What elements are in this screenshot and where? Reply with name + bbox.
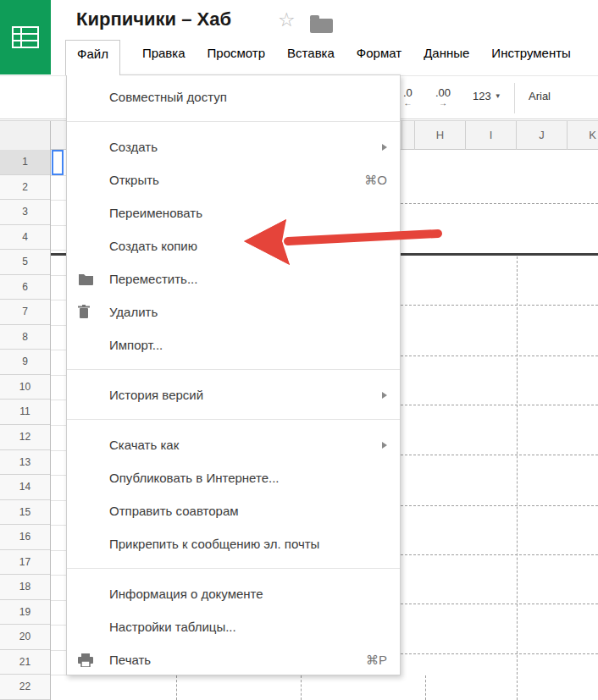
- row-header-17[interactable]: 17: [0, 550, 50, 575]
- row-header-16[interactable]: 16: [0, 525, 50, 550]
- row-header-2[interactable]: 2: [0, 175, 50, 200]
- dashed-cell-border: [301, 675, 302, 700]
- dashed-cell-border: [401, 356, 598, 356]
- menubar: ФайлПравкаПросмотрВставкаФорматДанныеИнс…: [0, 40, 598, 68]
- dashed-cell-border: [401, 405, 598, 405]
- gridline: [51, 175, 66, 176]
- menu-item-прикрепить-к-сообщению-эл-почты[interactable]: Прикрепить к сообщению эл. почты: [67, 527, 400, 560]
- menu-item-создать-копию[interactable]: Создать копию: [67, 229, 400, 262]
- dropdown-caret-icon: ▼: [495, 92, 501, 100]
- folder-icon: [78, 262, 97, 295]
- menu-item-label: Печать: [109, 653, 151, 667]
- dashed-cell-border: [517, 256, 518, 700]
- menu-item-label: Переместить...: [109, 272, 197, 286]
- menu-item-опубликовать-в-интернете-[interactable]: Опубликовать в Интернете...: [67, 461, 400, 494]
- row-header-5[interactable]: 5: [0, 250, 50, 275]
- gridline: [51, 550, 66, 551]
- submenu-arrow-icon: [382, 392, 387, 399]
- right-arrow-icon: →: [439, 98, 447, 108]
- row-header-12[interactable]: 12: [0, 425, 50, 450]
- menubar-item-Просмотр[interactable]: Просмотр: [208, 40, 266, 66]
- menubar-item-Вставка[interactable]: Вставка: [287, 40, 335, 66]
- select-all-corner[interactable]: [0, 121, 51, 150]
- row-header-15[interactable]: 15: [0, 500, 50, 525]
- gridline: [51, 575, 66, 576]
- gridline: [51, 200, 66, 201]
- menu-separator: [67, 121, 400, 122]
- menu-item-переместить-[interactable]: Переместить...: [67, 262, 400, 295]
- menu-item-отправить-соавторам[interactable]: Отправить соавторам: [67, 494, 400, 527]
- row-headers: 12345678910111213141516171819202122: [0, 150, 51, 700]
- row-header-3[interactable]: 3: [0, 200, 50, 225]
- column-header-I[interactable]: I: [465, 121, 516, 150]
- menu-item-label: Прикрепить к сообщению эл. почты: [109, 537, 319, 551]
- number-format-button[interactable]: 123▼: [473, 90, 501, 102]
- gridline: [51, 425, 66, 426]
- gridline: [51, 275, 66, 276]
- menubar-item-Данные[interactable]: Данные: [424, 40, 469, 66]
- row-header-13[interactable]: 13: [0, 450, 50, 475]
- column-header-J[interactable]: J: [516, 121, 567, 150]
- document-title[interactable]: Кирпичики – Хаб: [76, 8, 231, 30]
- decrease-decimal-button[interactable]: .0←: [403, 86, 413, 108]
- menu-item-совместный-доступ[interactable]: Совместный доступ: [67, 80, 400, 113]
- gridline: [51, 325, 66, 326]
- gridline: [51, 225, 66, 226]
- row-header-9[interactable]: 9: [0, 350, 50, 375]
- row-header-14[interactable]: 14: [0, 475, 50, 500]
- menu-item-удалить[interactable]: Удалить: [67, 295, 400, 328]
- star-icon[interactable]: ☆: [278, 10, 296, 30]
- row-header-19[interactable]: 19: [0, 600, 50, 625]
- menu-item-настройки-таблицы-[interactable]: Настройки таблицы...: [67, 610, 400, 643]
- column-header-H[interactable]: H: [414, 121, 465, 150]
- menu-item-переименовать[interactable]: Переименовать: [67, 196, 400, 229]
- row-header-20[interactable]: 20: [0, 625, 50, 650]
- menu-item-label: Создать: [109, 140, 158, 154]
- menu-item-label: Настройки таблицы...: [109, 620, 236, 634]
- menu-item-label: Импорт...: [109, 338, 163, 352]
- gridline: [51, 300, 66, 300]
- row-header-4[interactable]: 4: [0, 225, 50, 250]
- left-arrow-icon: ←: [403, 98, 412, 108]
- column-header-K[interactable]: K: [567, 121, 598, 150]
- menu-item-скачать-как[interactable]: Скачать как: [67, 428, 400, 461]
- menu-item-история-версий[interactable]: История версий: [67, 378, 400, 411]
- row-header-1[interactable]: 1: [0, 150, 50, 175]
- toolbar-separator: [514, 83, 515, 113]
- menu-item-печать[interactable]: Печать⌘P: [67, 643, 400, 676]
- row-header-7[interactable]: 7: [0, 300, 50, 325]
- menubar-item-Формат[interactable]: Формат: [357, 40, 401, 66]
- row-header-11[interactable]: 11: [0, 400, 50, 425]
- menu-separator: [67, 568, 400, 569]
- row-header-22[interactable]: 22: [0, 675, 50, 700]
- row-header-18[interactable]: 18: [0, 575, 50, 600]
- gridline: [51, 475, 66, 476]
- menu-item-label: Скачать как: [109, 438, 179, 452]
- menubar-item-Файл[interactable]: Файл: [65, 40, 120, 75]
- menu-item-открыть[interactable]: Открыть⌘O: [67, 163, 400, 196]
- gridline: [51, 350, 66, 350]
- dashed-cell-border: [425, 675, 426, 700]
- menu-item-импорт-[interactable]: Импорт...: [67, 328, 400, 361]
- row-header-10[interactable]: 10: [0, 375, 50, 400]
- gridline: [51, 400, 66, 400]
- font-selector[interactable]: Arial: [529, 90, 551, 102]
- folder-icon[interactable]: [310, 19, 333, 33]
- gridline: [51, 500, 66, 501]
- column-header-partial[interactable]: [401, 121, 414, 150]
- menu-item-label: Опубликовать в Интернете...: [109, 471, 280, 485]
- dashed-cell-border: [401, 455, 598, 455]
- row-header-8[interactable]: 8: [0, 325, 50, 350]
- gridline: [51, 600, 66, 601]
- increase-decimal-button[interactable]: .00→: [435, 86, 451, 108]
- menu-item-создать[interactable]: Создать: [67, 130, 400, 163]
- file-menu: Совместный доступСоздатьОткрыть⌘OПереиме…: [66, 74, 401, 675]
- menu-item-label: Совместный доступ: [109, 90, 227, 104]
- row-header-6[interactable]: 6: [0, 275, 50, 300]
- menu-item-информация-о-документе[interactable]: Информация о документе: [67, 577, 400, 610]
- dashed-cell-border: [176, 675, 177, 700]
- gridline: [51, 525, 66, 526]
- menubar-item-Инструменты[interactable]: Инструменты: [491, 40, 571, 66]
- menubar-item-Правка[interactable]: Правка: [142, 40, 185, 66]
- row-header-21[interactable]: 21: [0, 650, 50, 675]
